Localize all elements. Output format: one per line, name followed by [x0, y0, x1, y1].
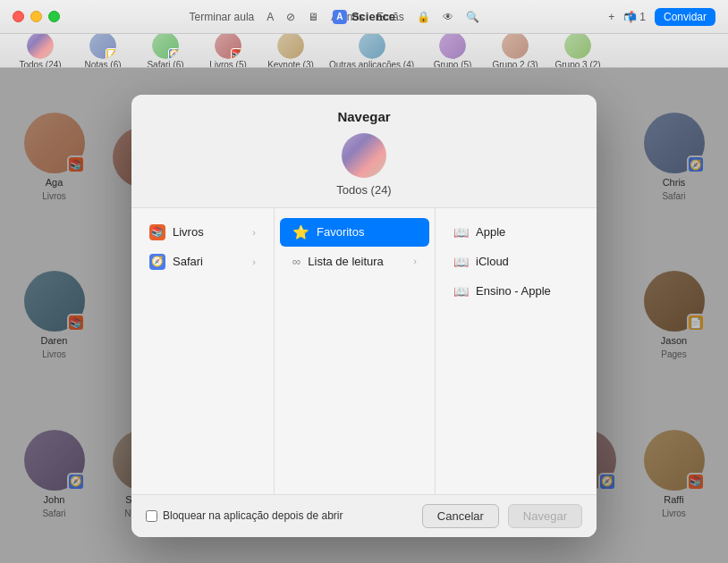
- lista-leitura-label: Lista de leitura: [308, 255, 384, 268]
- terminate-button[interactable]: Terminar aula: [190, 11, 255, 23]
- toolbar-right: + 📬 1 Convidar: [608, 8, 715, 26]
- avatar-face: [359, 34, 385, 59]
- title-bar: Terminar aula A ⊘ 🖥 Alunos Ecrãs 🔒 👁 🔍 A…: [0, 0, 728, 34]
- tab-grupo2-avatar: [502, 34, 529, 59]
- livros-label: Livros: [173, 225, 204, 239]
- tab-grupo-avatar: [439, 34, 466, 59]
- tab-todos-avatar: [27, 34, 54, 59]
- dialog-group-avatar: [342, 133, 386, 178]
- block-app-checkbox-label[interactable]: Bloquear na aplicação depois de abrir: [146, 509, 413, 522]
- tab-notas[interactable]: 📝 Notas (6): [72, 34, 134, 68]
- tab-todos[interactable]: Todos (24): [9, 34, 72, 68]
- screen-icon[interactable]: 🖥: [308, 11, 318, 23]
- dialog-mid-column: ⭐ Favoritos ∞ Lista de leitura ›: [275, 208, 436, 494]
- sub-toolbar: Todos (24) 📝 Notas (6) 🧭 Safari (6) 📚 Li…: [0, 34, 728, 68]
- sidebar-item-safari[interactable]: 🧭 Safari ›: [137, 248, 268, 276]
- badge-icon: 📬: [623, 11, 637, 23]
- bookmark-ensino-apple[interactable]: 📖 Ensino - Apple: [441, 277, 591, 306]
- tab-grupo3-label: Grupo 3 (2): [554, 60, 600, 69]
- tab-keynote-label: Keynote (3): [267, 60, 314, 69]
- convidar-button[interactable]: Convidar: [655, 8, 715, 26]
- avatar-face: [439, 34, 466, 59]
- eye-icon[interactable]: 👁: [443, 11, 453, 23]
- icloud-label: iCloud: [476, 255, 509, 268]
- sidebar-item-livros[interactable]: 📚 Livros ›: [137, 218, 268, 247]
- tab-livros[interactable]: 📚 Livros (5): [197, 34, 259, 68]
- notas-badge: 📝: [106, 48, 116, 59]
- add-button[interactable]: +: [608, 11, 614, 23]
- dialog-title: Navegar: [337, 109, 390, 124]
- restrict-icon[interactable]: ⊘: [286, 11, 295, 23]
- bookmark-icloud[interactable]: 📖 iCloud: [441, 248, 591, 276]
- cancel-button[interactable]: Cancelar: [422, 504, 499, 528]
- tab-grupo3[interactable]: Grupo 3 (2): [546, 34, 609, 68]
- tab-outras-label: Outras aplicações (4): [329, 60, 414, 69]
- sidebar-item-lista-leitura[interactable]: ∞ Lista de leitura ›: [280, 248, 429, 275]
- tab-grupo3-avatar: [564, 34, 591, 59]
- app-icon: A: [333, 10, 347, 24]
- navegar-confirm-button[interactable]: Navegar: [508, 504, 582, 528]
- safari-icon: 🧭: [149, 254, 165, 270]
- livros-badge: 📚: [231, 48, 241, 59]
- book-icon: 📖: [453, 225, 469, 239]
- tab-grupo-label: Grupo (5): [434, 60, 472, 69]
- tab-keynote[interactable]: Keynote (3): [259, 34, 322, 68]
- tab-notas-avatar: 📝: [89, 34, 116, 59]
- book-icon: 📖: [453, 284, 469, 298]
- search-icon[interactable]: 🔍: [466, 11, 479, 23]
- title-bar-center: A Science: [333, 10, 395, 24]
- notification-badge[interactable]: 📬 1: [623, 11, 646, 23]
- livros-icon: 📚: [149, 224, 165, 240]
- block-app-checkbox[interactable]: [146, 510, 157, 522]
- tab-notas-label: Notas (6): [84, 60, 121, 69]
- window-title: Science: [351, 10, 395, 23]
- dialog-header: Navegar Todos (24): [131, 95, 597, 208]
- tab-safari[interactable]: 🧭 Safari (6): [134, 34, 197, 68]
- tab-safari-label: Safari (6): [147, 60, 183, 69]
- minimize-button[interactable]: [30, 11, 42, 22]
- tab-keynote-avatar: [277, 34, 304, 59]
- main-area: 📚 Aga Livros 🧭 Chris Safari: [0, 68, 728, 563]
- favoritos-label: Favoritos: [317, 225, 364, 239]
- book-icon: 📖: [453, 255, 469, 269]
- tab-safari-avatar: 🧭: [152, 34, 179, 59]
- dialog-body: 📚 Livros › 🧭 Safari › ⭐ Favoritos: [131, 208, 597, 494]
- dialog-group-label: Todos (24): [336, 183, 391, 197]
- traffic-lights: [13, 11, 60, 22]
- dialog-overlay: Navegar Todos (24) 📚 Livros › 🧭 Safari: [0, 68, 728, 563]
- tab-grupo[interactable]: Grupo (5): [421, 34, 484, 68]
- close-button[interactable]: [13, 11, 24, 22]
- avatar-face: [564, 34, 591, 59]
- tab-todos-label: Todos (24): [19, 60, 61, 69]
- dialog-right-column: 📖 Apple 📖 iCloud 📖 Ensino - Apple: [436, 208, 597, 494]
- maximize-button[interactable]: [48, 11, 60, 22]
- sidebar-item-favoritos[interactable]: ⭐ Favoritos: [280, 218, 429, 247]
- safari-label: Safari: [173, 255, 203, 268]
- safari-badge: 🧭: [168, 48, 179, 59]
- navegar-dialog: Navegar Todos (24) 📚 Livros › 🧭 Safari: [131, 95, 597, 537]
- chevron-right-icon: ›: [252, 256, 256, 267]
- avatar-face: [27, 34, 54, 59]
- chevron-right-icon: ›: [413, 256, 417, 266]
- font-icon[interactable]: A: [267, 11, 274, 23]
- checkbox-label-text: Bloquear na aplicação depois de abrir: [163, 509, 343, 522]
- avatar-face: [277, 34, 304, 59]
- ensino-apple-label: Ensino - Apple: [476, 284, 551, 298]
- tab-grupo2[interactable]: Grupo 2 (3): [484, 34, 546, 68]
- reading-list-icon: ∞: [292, 255, 301, 268]
- avatar-face: [502, 34, 529, 59]
- lock-icon[interactable]: 🔒: [417, 11, 430, 23]
- dialog-left-column: 📚 Livros › 🧭 Safari ›: [131, 208, 275, 494]
- tab-outras[interactable]: Outras aplicações (4): [322, 34, 421, 68]
- star-icon: ⭐: [292, 224, 309, 240]
- apple-label: Apple: [476, 225, 505, 239]
- chevron-right-icon: ›: [252, 227, 256, 238]
- tab-livros-avatar: 📚: [215, 34, 241, 59]
- dialog-footer: Bloquear na aplicação depois de abrir Ca…: [131, 494, 597, 537]
- tab-outras-avatar: [359, 34, 385, 59]
- tab-grupo2-label: Grupo 2 (3): [492, 60, 538, 69]
- tab-livros-label: Livros (5): [209, 60, 247, 69]
- bookmark-apple[interactable]: 📖 Apple: [441, 218, 591, 247]
